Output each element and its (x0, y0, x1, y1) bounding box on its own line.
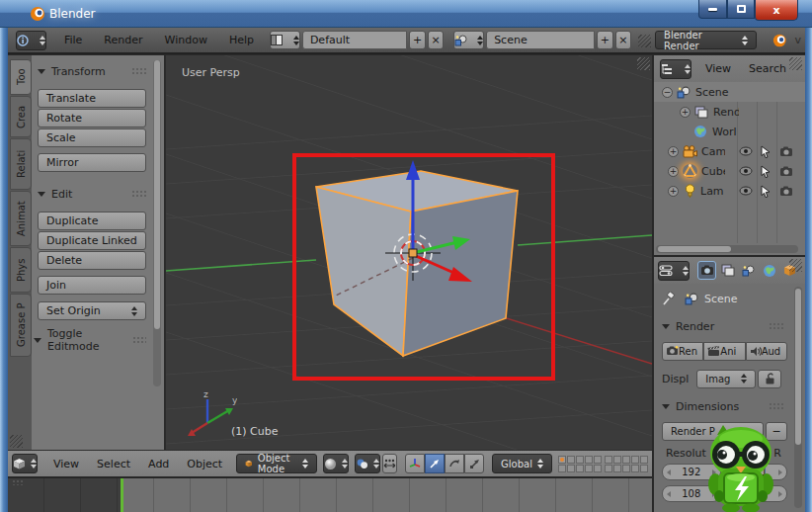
outliner-editor-type-button[interactable] (660, 59, 691, 79)
timeline-playhead[interactable] (121, 478, 123, 512)
pivot-point-dropdown[interactable] (355, 454, 380, 473)
outliner-row-cube[interactable]: + Cube (654, 161, 805, 181)
outliner-menu-search[interactable]: Search (745, 62, 790, 75)
join-button[interactable]: Join (38, 276, 146, 295)
display-mode-dropdown[interactable]: Imag (696, 370, 756, 388)
delete-button[interactable]: Delete (38, 251, 146, 270)
mirror-button[interactable]: Mirror (38, 153, 146, 172)
timeline-editor[interactable] (8, 476, 652, 512)
renderability-camera-icon[interactable] (779, 166, 793, 177)
maximize-button[interactable] (727, 0, 755, 19)
translate-button[interactable]: Translate (38, 89, 146, 108)
outliner-panel[interactable]: View Search − Scene + Rend Worl + Cam + … (652, 55, 805, 255)
render-engine-dropdown[interactable]: Blender Render (655, 31, 757, 49)
scene-properties-tab[interactable] (739, 261, 758, 280)
tab-create[interactable]: Crea (10, 96, 32, 137)
minimize-button[interactable] (698, 0, 727, 19)
menu-select[interactable]: Select (93, 458, 134, 470)
outliner-row-world[interactable]: Worl (654, 122, 805, 141)
render-panel-header[interactable]: Render (654, 315, 805, 337)
expand-toggle-icon[interactable]: + (668, 186, 679, 197)
toggle-editmode-panel-header[interactable]: Toggle Editmode (34, 331, 146, 349)
render-layers-tab[interactable] (718, 261, 737, 280)
expand-toggle-icon[interactable]: + (668, 146, 679, 157)
renderability-camera-icon[interactable] (779, 186, 793, 197)
scene-selector-button[interactable] (453, 31, 484, 49)
properties-editor-type-button[interactable] (658, 261, 690, 281)
visibility-eye-icon[interactable] (739, 146, 753, 156)
rotate-button[interactable]: Rotate (38, 109, 146, 128)
outliner-horizontal-scrollbar[interactable] (656, 245, 798, 253)
viewport-shading-dropdown[interactable] (323, 454, 349, 473)
3d-viewport[interactable]: User Persp z y (1) Cube (166, 55, 652, 450)
viewport-editor-type-button[interactable] (12, 454, 38, 473)
tab-relations[interactable]: Relati (10, 138, 32, 190)
delete-scene-button[interactable]: × (615, 31, 631, 49)
manipulator-axes-toggle[interactable] (405, 454, 425, 473)
render-properties-tab[interactable] (697, 261, 716, 280)
add-layout-button[interactable]: + (409, 31, 425, 49)
menu-render[interactable]: Render (100, 34, 146, 46)
panel-grip-icon[interactable] (769, 402, 783, 411)
panel-grip-icon[interactable] (131, 190, 146, 199)
expand-toggle-icon[interactable]: + (680, 107, 690, 118)
screen-layout-selector-button[interactable] (270, 31, 300, 49)
info-editor-type-button[interactable] (16, 31, 46, 50)
scale-button[interactable]: Scale (38, 128, 146, 147)
translate-manipulator-toggle[interactable] (425, 454, 445, 473)
render-still-button[interactable]: Ren (662, 342, 703, 361)
menu-add[interactable]: Add (144, 458, 173, 470)
panel-grip-icon[interactable] (769, 322, 783, 331)
panel-grip-icon[interactable] (132, 336, 146, 345)
tab-physics[interactable]: Phys (10, 247, 32, 293)
editor-corner-grip[interactable] (638, 35, 651, 47)
expand-toggle-icon[interactable]: + (668, 166, 679, 177)
properties-scrollbar[interactable] (794, 287, 802, 508)
selectability-cursor-icon[interactable] (761, 145, 771, 158)
layer-visibility-grid[interactable] (558, 456, 648, 472)
menu-window[interactable]: Window (161, 34, 211, 46)
scene-name-field[interactable]: Scene (486, 31, 595, 49)
renderability-camera-icon[interactable] (779, 146, 793, 157)
tab-grease-pencil[interactable]: Grease P (10, 294, 32, 357)
outliner-row-renderlayers[interactable]: + Rend (654, 102, 805, 122)
transform-panel-header[interactable]: Transform (38, 62, 146, 80)
outliner-row-camera[interactable]: + Cam (654, 141, 805, 161)
tab-animation[interactable]: Animat (10, 191, 32, 246)
render-audio-button[interactable]: Aud (746, 342, 787, 361)
screen-layout-name-field[interactable]: Default (302, 31, 407, 49)
edit-panel-header[interactable]: Edit (38, 185, 146, 203)
close-button[interactable]: x (755, 0, 798, 21)
panel-grip-icon[interactable] (12, 479, 24, 485)
title-bar[interactable]: Blender x (0, 0, 812, 28)
editor-corner-grip[interactable] (637, 57, 650, 70)
selectability-cursor-icon[interactable] (761, 165, 771, 178)
lock-interface-toggle[interactable] (758, 370, 781, 388)
set-origin-dropdown[interactable]: Set Origin (38, 301, 146, 320)
world-properties-tab[interactable] (760, 261, 778, 280)
pin-icon[interactable] (662, 292, 677, 306)
outliner-row-scene[interactable]: − Scene (654, 82, 805, 102)
menu-object[interactable]: Object (183, 458, 226, 470)
rotate-manipulator-toggle[interactable] (445, 454, 464, 473)
visibility-eye-icon[interactable] (739, 166, 753, 176)
visibility-eye-icon[interactable] (739, 186, 753, 196)
toolshelf-scrollbar[interactable] (153, 60, 161, 386)
editor-corner-grip[interactable] (789, 57, 802, 70)
duplicate-linked-button[interactable]: Duplicate Linked (38, 231, 146, 250)
delete-layout-button[interactable]: × (428, 31, 444, 49)
render-animation-button[interactable]: Ani (703, 342, 745, 361)
outliner-menu-view[interactable]: View (701, 62, 735, 75)
editor-corner-grip[interactable] (789, 259, 802, 272)
collapse-toggle-icon[interactable]: − (662, 87, 673, 98)
menu-view[interactable]: View (49, 458, 83, 470)
scale-manipulator-toggle[interactable] (464, 454, 484, 473)
transform-orientation-dropdown[interactable]: Global (492, 454, 552, 473)
outliner-row-lamp[interactable]: + Lam (654, 181, 805, 201)
dimensions-panel-header[interactable]: Dimensions (654, 394, 805, 418)
tab-tools[interactable]: Too (10, 59, 32, 95)
menu-help[interactable]: Help (225, 34, 258, 46)
panel-grip-icon[interactable] (131, 67, 146, 76)
editor-corner-grip[interactable] (10, 435, 23, 448)
add-scene-button[interactable]: + (597, 31, 612, 49)
